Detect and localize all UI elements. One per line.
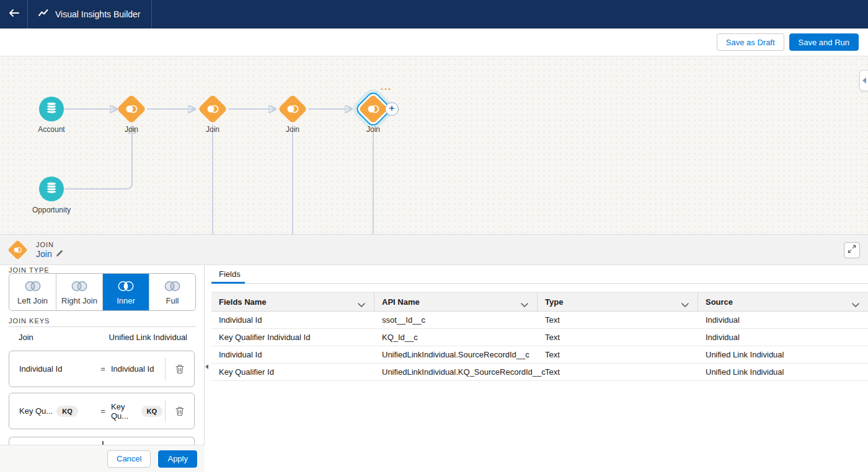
cell-api-name: KQ_Id__c <box>374 329 538 346</box>
fields-pane: Fields Fields Name API Name Type Source … <box>211 265 868 472</box>
cell-api-name: UnifiedLinkIndividual.KQ_SourceRecordId_… <box>374 364 538 380</box>
node-label-join-2: Join <box>188 125 237 134</box>
cell-source: Individual <box>698 329 868 346</box>
edit-pencil-icon[interactable] <box>56 249 64 259</box>
cell-fields-name: Key Qualifier Individual Id <box>211 329 374 346</box>
config-panel-header: JOIN Join <box>0 234 868 265</box>
delete-key-button[interactable] <box>172 361 188 377</box>
table-row: Individual Id UnifiedLinkIndividual.Sour… <box>211 346 868 364</box>
node-label-join-1: Join <box>107 125 156 134</box>
join-type-option-left-join[interactable]: Left Join <box>9 274 56 310</box>
venn-join-icon <box>205 104 220 114</box>
right-source-label: Unified Link Individual <box>109 333 187 342</box>
venn-join-icon <box>285 104 300 114</box>
join-type-group: Left Join Right Join Inner Full <box>9 273 196 311</box>
global-navbar: Visual Insights Builder <box>0 0 868 28</box>
node-label-join-4: Join <box>348 125 398 134</box>
save-and-run-button[interactable]: Save and Run <box>789 33 859 51</box>
database-icon <box>44 100 59 118</box>
cell-type: Text <box>538 364 698 380</box>
database-icon <box>44 180 59 198</box>
left-source-label: Join <box>19 333 33 342</box>
apply-button[interactable]: Apply <box>158 450 197 468</box>
panel-type-label: JOIN <box>36 241 64 248</box>
cell-source: Unified Link Individual <box>698 364 868 380</box>
node-account[interactable] <box>39 97 64 121</box>
cell-fields-name: Key Qualifier Id <box>211 364 374 380</box>
side-panel-toggle[interactable] <box>859 70 868 91</box>
tab-strip: Fields <box>211 265 868 284</box>
chevron-down-icon[interactable] <box>521 300 528 309</box>
node-opportunity[interactable] <box>39 177 64 201</box>
chevron-left-icon <box>862 77 866 84</box>
column-header-source[interactable]: Source <box>698 292 868 311</box>
equals-sign: = <box>95 406 111 416</box>
join-type-option-inner[interactable]: Inner <box>102 274 149 310</box>
key-qualifier-badge: KQ <box>141 406 163 417</box>
active-tab-underline <box>211 282 245 284</box>
node-name-link[interactable]: Join <box>36 249 52 259</box>
right-key-field[interactable]: Key Qu... <box>111 402 138 421</box>
left-key-field[interactable]: Key Qu... <box>19 406 53 416</box>
join-type-option-right-join[interactable]: Right Join <box>56 274 102 310</box>
node-label-account: Account <box>20 125 82 134</box>
join-keys-divider <box>9 326 196 327</box>
right-key-field[interactable]: Individual Id <box>111 364 154 374</box>
venn-right-icon <box>69 279 90 293</box>
pane-collapse-arrow[interactable] <box>205 363 210 370</box>
cell-fields-name: Individual Id <box>211 346 374 363</box>
flow-canvas: Account Opportunity Join Join Join Join … <box>0 56 868 234</box>
table-row: Key Qualifier Id UnifiedLinkIndividual.K… <box>211 364 868 381</box>
equals-sign: = <box>95 364 111 374</box>
column-header-api-name[interactable]: API Name <box>374 292 538 311</box>
venn-inner-icon <box>115 279 136 293</box>
node-label-join-3: Join <box>268 125 317 134</box>
cell-source: Unified Link Individual <box>698 346 868 363</box>
column-header-type[interactable]: Type <box>538 292 698 311</box>
app-brand: Visual Insights Builder <box>28 0 152 28</box>
delete-key-button[interactable] <box>172 403 188 419</box>
flow-edges <box>0 56 868 234</box>
save-as-draft-button[interactable]: Save as Draft <box>717 33 784 51</box>
fields-table-header: Fields Name API Name Type Source <box>211 292 868 312</box>
cell-fields-name: Individual Id <box>211 312 374 328</box>
key-qualifier-badge: KQ <box>56 406 78 417</box>
cancel-button[interactable]: Cancel <box>107 450 151 468</box>
join-sources-row: Join Unified Link Individual <box>9 331 196 343</box>
cell-type: Text <box>538 312 698 328</box>
cell-api-name: UnifiedLinkIndividual.SourceRecordId__c <box>374 346 538 363</box>
venn-join-icon <box>366 104 381 114</box>
join-type-option-full[interactable]: Full <box>149 274 195 310</box>
back-button[interactable] <box>0 0 28 28</box>
left-key-field[interactable]: Individual Id <box>19 364 62 374</box>
node-overflow-dots[interactable]: ... <box>377 84 396 90</box>
trash-icon <box>175 364 184 374</box>
venn-join-icon <box>124 104 139 114</box>
venn-left-icon <box>22 279 43 293</box>
tab-fields[interactable]: Fields <box>211 265 248 284</box>
chevron-down-icon[interactable] <box>681 300 689 309</box>
insights-zigzag-icon <box>38 7 49 21</box>
arrow-left-icon <box>7 7 20 21</box>
trash-icon <box>175 406 184 416</box>
key-pair-card: Individual Id = Individual Id <box>9 351 195 387</box>
expand-panel-button[interactable] <box>844 242 860 258</box>
table-row: Key Qualifier Individual Id KQ_Id__c Tex… <box>211 329 868 346</box>
chevron-down-icon[interactable] <box>852 300 859 309</box>
join-keys-heading: JOIN KEYS <box>9 317 50 325</box>
node-label-opportunity: Opportunity <box>14 206 89 214</box>
cell-type: Text <box>538 329 698 346</box>
venn-full-icon <box>162 279 183 293</box>
column-header-fields-name[interactable]: Fields Name <box>211 292 374 311</box>
add-node-button[interactable]: + <box>385 102 399 116</box>
card-divider <box>165 358 166 380</box>
table-row: Individual Id ssot__Id__c Text Individua… <box>211 312 868 329</box>
panel-footer: Cancel Apply <box>0 445 205 472</box>
join-config-pane: JOIN TYPE Left Join Right Join Inner Ful… <box>0 265 205 472</box>
chevron-down-icon[interactable] <box>358 300 365 309</box>
key-pair-card: Key Qu... KQ = Key Qu... KQ <box>9 393 195 429</box>
join-node-icon <box>6 238 29 261</box>
chevron-left-icon <box>205 364 208 369</box>
cell-type: Text <box>538 346 698 363</box>
app-title: Visual Insights Builder <box>55 9 140 19</box>
